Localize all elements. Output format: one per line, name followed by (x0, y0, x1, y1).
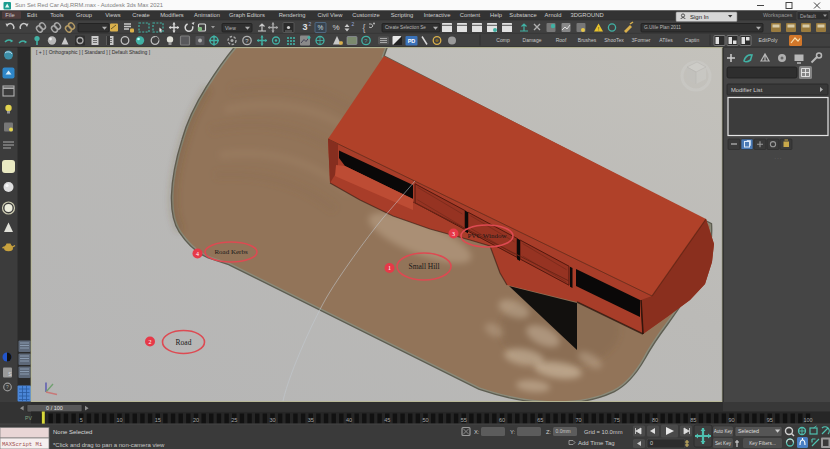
svg-text:80: 80 (652, 417, 658, 423)
svg-text:Arnold: Arnold (545, 12, 562, 18)
svg-text:Create: Create (132, 12, 149, 18)
svg-text:*Click and drag to pan a non-c: *Click and drag to pan a non-camera view (53, 442, 165, 448)
svg-text:Road Kerbs: Road Kerbs (214, 248, 248, 256)
svg-text:20: 20 (193, 417, 199, 423)
svg-text:75: 75 (614, 417, 620, 423)
svg-text:Help: Help (490, 12, 502, 18)
svg-text:35: 35 (308, 417, 314, 423)
svg-text:ATiles: ATiles (659, 37, 673, 43)
svg-text:ShooTex: ShooTex (604, 37, 624, 43)
svg-text:Content: Content (460, 12, 481, 18)
svg-text:Scripting: Scripting (391, 12, 414, 18)
svg-text:Roof: Roof (556, 37, 567, 43)
svg-text:Selected: Selected (738, 428, 759, 434)
svg-text:70: 70 (575, 417, 581, 423)
svg-text:3DGROUND: 3DGROUND (570, 12, 603, 18)
svg-text:85: 85 (690, 417, 696, 423)
svg-text:Grid = 10.0mm: Grid = 10.0mm (584, 429, 623, 435)
svg-text:None Selected: None Selected (53, 429, 92, 435)
svg-text:?: ? (6, 384, 9, 390)
svg-text:Captin: Captin (685, 37, 700, 43)
svg-text:%: % (332, 23, 339, 32)
svg-text:[ + ] [ Orthographic ] [ Stand: [ + ] [ Orthographic ] [ Standard ] [ De… (36, 49, 151, 55)
svg-text:Rendering: Rendering (279, 12, 306, 18)
svg-text:Auto Key: Auto Key (714, 429, 733, 434)
svg-text:0.0mm: 0.0mm (556, 428, 571, 434)
svg-text:Workspaces: Workspaces (763, 12, 793, 18)
svg-text:MAXScript Mi: MAXScript Mi (2, 441, 43, 448)
svg-text:Comp: Comp (496, 37, 510, 43)
svg-text:30: 30 (269, 417, 275, 423)
svg-text:Sign In: Sign In (690, 14, 709, 20)
svg-text:Interactive: Interactive (424, 12, 451, 18)
svg-text:Default: Default (800, 13, 816, 19)
svg-text:2: 2 (149, 339, 152, 345)
svg-text:Customize: Customize (352, 12, 379, 18)
svg-text:15: 15 (155, 417, 161, 423)
svg-text:{: { (362, 23, 365, 33)
svg-text:3Former: 3Former (632, 37, 651, 43)
svg-text:100: 100 (803, 417, 812, 423)
svg-text:4: 4 (196, 251, 199, 257)
svg-text:Group: Group (76, 12, 92, 18)
svg-text:EditPoly: EditPoly (758, 37, 777, 43)
svg-text:PVC Window: PVC Window (467, 232, 507, 240)
svg-text:Substance: Substance (509, 12, 536, 18)
svg-text:25: 25 (231, 417, 237, 423)
svg-text:2: 2 (352, 21, 355, 27)
svg-text:Civil View: Civil View (317, 12, 343, 18)
svg-text:Sun Set Red Car Adj.RRM.max -: Sun Set Red Car Adj.RRM.max - Autodesk 3… (15, 2, 163, 8)
svg-text:Animation: Animation (194, 12, 220, 18)
svg-text:Brushes: Brushes (578, 37, 597, 43)
svg-text:90: 90 (728, 417, 734, 423)
svg-text:0 / 100: 0 / 100 (46, 405, 63, 411)
svg-text:45: 45 (384, 417, 390, 423)
svg-text:View: View (225, 25, 236, 31)
svg-text:G.Ulile Plan 2011: G.Ulile Plan 2011 (644, 25, 681, 30)
svg-text:!: ! (598, 26, 599, 32)
svg-text:Key Filters...: Key Filters... (749, 441, 776, 446)
svg-text:X:: X: (474, 429, 480, 435)
svg-text:Views: Views (105, 12, 120, 18)
svg-text:Tools: Tools (50, 12, 64, 18)
svg-text:. . .: . . . (775, 154, 782, 160)
svg-text:65: 65 (537, 417, 543, 423)
svg-text:0: 0 (650, 440, 653, 446)
svg-text:Damage: Damage (523, 37, 542, 43)
svg-text:3: 3 (452, 231, 455, 237)
svg-text:%: % (318, 24, 324, 31)
svg-text:Y:: Y: (510, 429, 516, 435)
svg-text:Modifier List: Modifier List (731, 87, 763, 93)
svg-text:Small Hill: Small Hill (408, 262, 439, 271)
svg-text:1: 1 (388, 265, 391, 271)
svg-text:Modifiers: Modifiers (160, 12, 184, 18)
svg-text:Road: Road (176, 338, 192, 347)
svg-text:Set Key: Set Key (715, 441, 732, 446)
svg-text:95: 95 (767, 417, 773, 423)
svg-text:10: 10 (116, 417, 122, 423)
svg-text:Create Selection Se: Create Selection Se (385, 25, 426, 30)
svg-text:5: 5 (80, 417, 83, 423)
svg-text:40: 40 (346, 417, 352, 423)
svg-text:File: File (5, 12, 14, 18)
svg-text:PD: PD (408, 38, 416, 44)
svg-text:Edit: Edit (27, 12, 37, 18)
svg-text:2: 2 (309, 21, 312, 27)
svg-text:Add Time Tag: Add Time Tag (578, 440, 615, 446)
svg-text:55: 55 (461, 417, 467, 423)
svg-text:Z:: Z: (546, 429, 552, 435)
svg-text:PV: PV (25, 415, 32, 421)
svg-text:50: 50 (422, 417, 428, 423)
svg-text:Graph Editors: Graph Editors (229, 12, 265, 18)
svg-text:3: 3 (302, 22, 307, 32)
svg-text:60: 60 (499, 417, 505, 423)
